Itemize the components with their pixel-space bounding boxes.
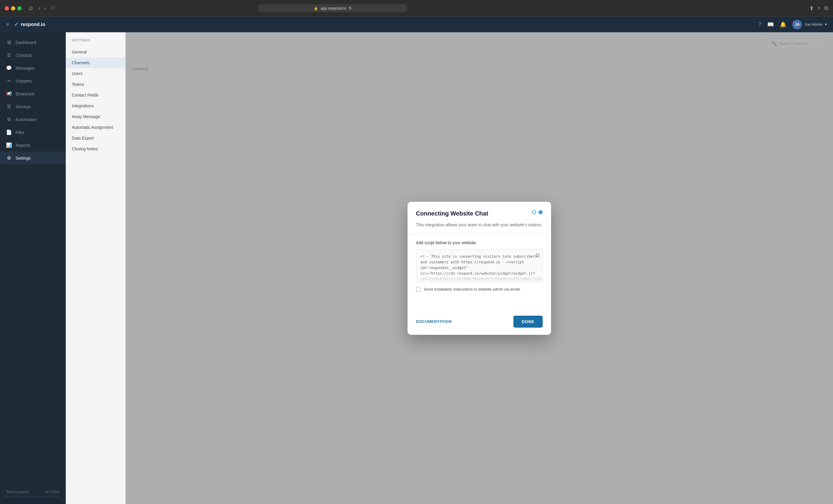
modal-header: Connecting Website Chat [407,202,551,222]
main-content: 🔍 Search Channels r contacts. Connecting… [125,32,833,504]
contacts-progress-fill [6,496,6,497]
messages-icon: 💬 [6,65,12,71]
settings-sidebar: SETTINGS General Channels Users Teams Co… [66,32,125,504]
logo-check-icon: ✓ [14,21,19,28]
modal-footer: DOCUMENTATION DONE [407,310,551,335]
email-instructions-label: Send installation instructions to websit… [424,287,521,291]
back-button[interactable]: ‹ [38,4,42,13]
settings-item-users[interactable]: Users [66,68,125,79]
browser-actions: ⬆ + ⧉ [809,5,828,11]
automation-icon: ⚙ [6,117,12,122]
forward-button[interactable]: › [43,4,47,13]
total-contacts-label: Total Contacts [6,490,29,494]
sidebar: ⊞ Dashboard ☰ Contacts 💬 Messages ✂ Snip… [0,32,66,504]
settings-item-integrations[interactable]: Integrations [66,100,125,111]
modal-description: This integration allows your team to cha… [407,222,551,234]
sidebar-label-messages: Messages [16,66,35,71]
app-wrapper: ≡ ✓ respond.io ? 📖 🔔 JA Joe Admin ▾ ⊞ Da… [0,17,833,504]
email-instructions-checkbox[interactable] [416,287,421,292]
nav-buttons: ‹ › [38,4,47,13]
lock-icon: 🔒 [314,6,318,10]
contacts-progress-bar [6,496,60,497]
sidebar-label-settings: Settings [16,156,31,161]
address-bar[interactable]: 🔒 app.respond.io ↻ [258,4,407,12]
sidebar-item-contacts[interactable]: ☰ Contacts [0,49,66,62]
bell-icon[interactable]: 🔔 [780,21,786,28]
step-dot-2 [539,210,543,214]
hamburger-icon[interactable]: ≡ [6,21,9,27]
book-icon[interactable]: 📖 [767,21,774,28]
broadcast-icon: 📢 [6,91,12,97]
settings-item-contact-fields[interactable]: Contact Fields [66,90,125,100]
dashboard-icon: ⊞ [6,40,12,45]
script-code-box: <!-- This site is converting visitors in… [416,249,543,282]
logo: ✓ respond.io [14,21,45,28]
sidebar-item-messages[interactable]: 💬 Messages [0,62,66,74]
sidebar-bottom: Total Contacts 30 / 5000 [0,486,66,500]
modal-divider [407,234,551,234]
contacts-icon: ☰ [6,52,12,58]
snippets-icon: ✂ [6,78,12,84]
user-name: Joe Admin [804,22,823,27]
sidebar-item-reports[interactable]: 📊 Reports [0,139,66,151]
logo-text: respond.io [21,22,45,27]
sidebar-item-dashboard[interactable]: ⊞ Dashboard [0,36,66,49]
settings-item-channels[interactable]: Channels [66,57,125,68]
sidebar-label-surveys: Surveys [16,104,31,109]
sidebar-item-automation[interactable]: ⚙ Automation [0,113,66,126]
avatar: JA [792,20,802,29]
documentation-button[interactable]: DOCUMENTATION [416,319,452,324]
maximize-window-button[interactable] [17,6,22,10]
sidebar-toggle-button[interactable]: ⊡ [27,4,34,12]
modal-steps [532,210,543,214]
main-layout: ⊞ Dashboard ☰ Contacts 💬 Messages ✂ Snip… [0,32,833,504]
share-icon[interactable]: ⬆ [809,5,814,11]
minimize-window-button[interactable] [11,6,15,10]
done-button[interactable]: DONE [514,316,543,328]
sidebar-item-files[interactable]: 📄 Files [0,126,66,139]
sidebar-label-snippets: Snippets [16,79,32,83]
add-script-label: Add script below to your website. [416,240,543,245]
total-contacts-count: 30 / 5000 [45,490,60,494]
settings-item-closing-notes[interactable]: Closing Notes [66,143,125,154]
url-text: app.respond.io [320,6,346,10]
close-window-button[interactable] [5,6,9,10]
modal-title: Connecting Website Chat [416,210,488,217]
sidebar-item-settings[interactable]: ⚙ Settings [0,151,66,164]
browser-chrome: ⊡ ‹ › 🛡 🔒 app.respond.io ↻ ⬆ + ⧉ [0,0,833,17]
sidebar-item-surveys[interactable]: ☰ Surveys [0,100,66,113]
sidebar-item-broadcast[interactable]: 📢 Broadcast [0,87,66,100]
step-dot-1 [532,210,536,214]
reports-icon: 📊 [6,142,12,148]
sidebar-label-reports: Reports [16,143,30,148]
chevron-down-icon: ▾ [825,22,827,27]
sidebar-label-files: Files [16,130,25,135]
shield-icon: 🛡 [50,6,55,11]
settings-icon: ⚙ [6,155,12,161]
sidebar-label-automation: Automation [16,117,37,122]
settings-item-data-export[interactable]: Data Export [66,133,125,143]
sidebar-label-contacts: Contacts [16,53,32,58]
refresh-icon[interactable]: ↻ [349,6,352,10]
settings-header: SETTINGS [66,38,125,47]
top-nav-right: ? 📖 🔔 JA Joe Admin ▾ [758,20,827,29]
settings-item-teams[interactable]: Teams [66,79,125,90]
sidebar-label-broadcast: Broadcast [16,92,34,96]
modal: Connecting Website Chat This integration… [407,202,551,335]
copy-script-button[interactable]: ⧉ [536,252,540,259]
sidebar-item-snippets[interactable]: ✂ Snippets [0,74,66,87]
tabs-icon[interactable]: ⧉ [824,5,828,11]
help-icon[interactable]: ? [758,21,761,27]
new-tab-icon[interactable]: + [817,5,821,11]
script-container: <!-- This site is converting visitors in… [416,249,543,282]
copy-icon: ⧉ [536,252,540,258]
script-code-text: <!-- This site is converting visitors in… [420,255,543,282]
surveys-icon: ☰ [6,104,12,110]
settings-item-general[interactable]: General [66,47,125,57]
modal-overlay: Connecting Website Chat This integration… [125,32,833,504]
user-menu[interactable]: JA Joe Admin ▾ [792,20,827,29]
settings-item-automatic-assignment[interactable]: Automatic Assignment [66,122,125,133]
settings-item-away-message[interactable]: Away Message [66,111,125,122]
files-icon: 📄 [6,129,12,135]
modal-body: Add script below to your website. <!-- T… [407,240,551,298]
